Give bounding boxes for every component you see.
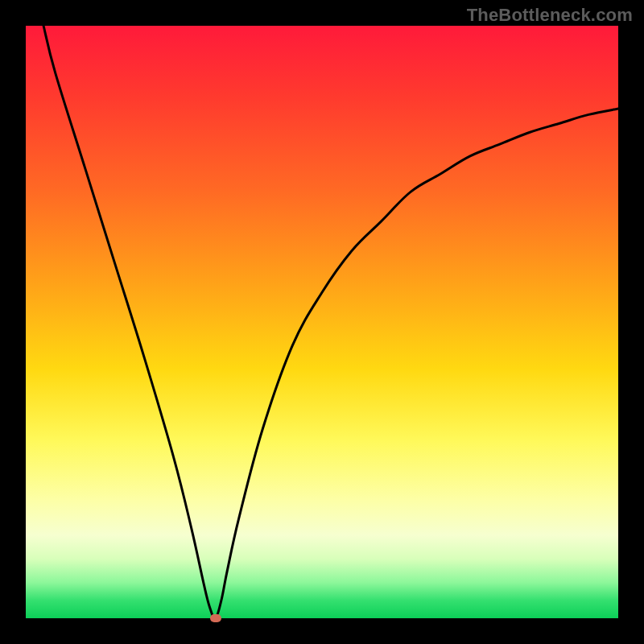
chart-frame: TheBottleneck.com bbox=[0, 0, 644, 644]
bottleneck-curve bbox=[26, 26, 618, 618]
watermark-text: TheBottleneck.com bbox=[467, 5, 633, 26]
plot-area bbox=[26, 26, 618, 618]
optimum-marker bbox=[210, 614, 221, 622]
